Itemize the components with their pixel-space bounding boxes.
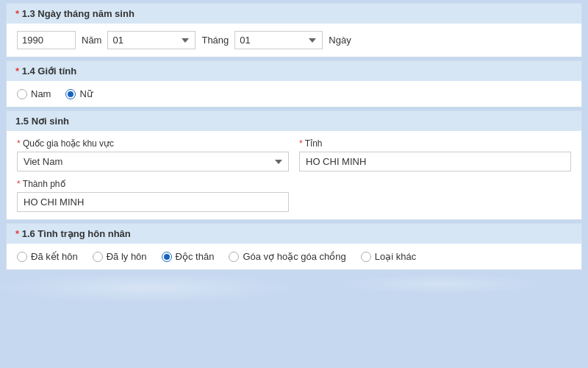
month-label: Tháng: [201, 35, 229, 46]
gender-radio-row: Nam Nữ: [17, 88, 571, 99]
country-select[interactable]: Viet Nam: [17, 152, 289, 171]
section-marital-header: * 1.6 Tình trạng hôn nhân: [7, 224, 581, 244]
marital-radio-row: Đã kết hôn Đã ly hôn Độc thân Góa vợ hoặ…: [17, 251, 571, 262]
section-birth-date: * 1.3 Ngày tháng năm sinh Năm 01 02 03 T…: [6, 3, 582, 57]
radio-outer-nu: [65, 89, 76, 99]
section-birth-date-title: 1.3 Ngày tháng năm sinh: [22, 8, 135, 19]
day-label: Ngày: [329, 35, 351, 46]
date-row: Năm 01 02 03 Tháng 01 02 Ngày: [17, 31, 571, 49]
city-label: * Thành phố: [17, 179, 289, 189]
marital-radio-widowed[interactable]: Góa vợ hoặc góa chồng: [229, 251, 345, 262]
country-label: * Quốc gia hoặc khu vực: [17, 138, 289, 149]
marital-label-single: Độc thân: [176, 251, 215, 262]
month-select[interactable]: 01 02 03: [107, 31, 196, 49]
section-gender-content: Nam Nữ: [7, 81, 581, 107]
year-input[interactable]: [17, 31, 76, 49]
radio-outer-single: [162, 252, 172, 262]
marital-label-divorced: Đã ly hôn: [107, 251, 147, 262]
gender-radio-nam[interactable]: Nam: [17, 88, 51, 99]
radio-inner-single: [164, 254, 170, 260]
section-gender-header: * 1.4 Giới tính: [7, 61, 581, 81]
city-input[interactable]: [17, 192, 289, 212]
province-input[interactable]: [299, 152, 571, 171]
section-marital-content: Đã kết hôn Đã ly hôn Độc thân Góa vợ hoặ…: [7, 244, 581, 269]
section-marital: * 1.6 Tình trạng hôn nhân Đã kết hôn Đã …: [6, 223, 582, 270]
gender-label-nu: Nữ: [79, 88, 92, 99]
section-birthplace-header: 1.5 Nơi sinh: [7, 111, 581, 131]
section-birthplace-content: * Quốc gia hoặc khu vực Viet Nam * Tỉnh: [7, 131, 581, 219]
marital-radio-other[interactable]: Loại khác: [361, 251, 416, 262]
section-birthplace: 1.5 Nơi sinh * Quốc gia hoặc khu vực Vie…: [6, 110, 582, 220]
marital-label-widowed: Góa vợ hoặc góa chồng: [243, 251, 345, 262]
year-label: Năm: [82, 35, 101, 46]
gender-radio-nu[interactable]: Nữ: [65, 88, 92, 99]
marital-radio-single[interactable]: Độc thân: [162, 251, 215, 262]
country-field: * Quốc gia hoặc khu vực Viet Nam: [17, 138, 289, 171]
bottom-background: [0, 273, 588, 365]
radio-outer-divorced: [93, 252, 103, 262]
section-birth-date-header: * 1.3 Ngày tháng năm sinh: [7, 4, 581, 24]
radio-outer-nam: [17, 89, 27, 99]
section-birth-date-content: Năm 01 02 03 Tháng 01 02 Ngày: [7, 24, 581, 57]
section-gender-title: 1.4 Giới tính: [22, 66, 76, 77]
birthplace-top-row: * Quốc gia hoặc khu vực Viet Nam * Tỉnh: [17, 138, 571, 171]
province-label: * Tỉnh: [299, 138, 571, 149]
radio-outer-widowed: [229, 252, 239, 262]
gender-label-nam: Nam: [31, 88, 51, 99]
page-wrapper: * 1.3 Ngày tháng năm sinh Năm 01 02 03 T…: [0, 0, 588, 368]
province-field: * Tỉnh: [299, 138, 571, 171]
radio-inner-nu: [68, 91, 74, 97]
city-field: * Thành phố: [17, 179, 289, 212]
section-birthplace-title: 1.5 Nơi sinh: [15, 116, 69, 127]
marital-radio-married[interactable]: Đã kết hôn: [17, 251, 78, 262]
marital-label-married: Đã kết hôn: [31, 251, 78, 262]
section-marital-title: 1.6 Tình trạng hôn nhân: [22, 228, 131, 239]
section-gender: * 1.4 Giới tính Nam Nữ: [6, 60, 582, 107]
marital-label-other: Loại khác: [375, 251, 416, 262]
day-select[interactable]: 01 02: [234, 31, 323, 49]
radio-outer-married: [17, 252, 27, 262]
radio-outer-other: [361, 252, 371, 262]
marital-radio-divorced[interactable]: Đã ly hôn: [93, 251, 147, 262]
